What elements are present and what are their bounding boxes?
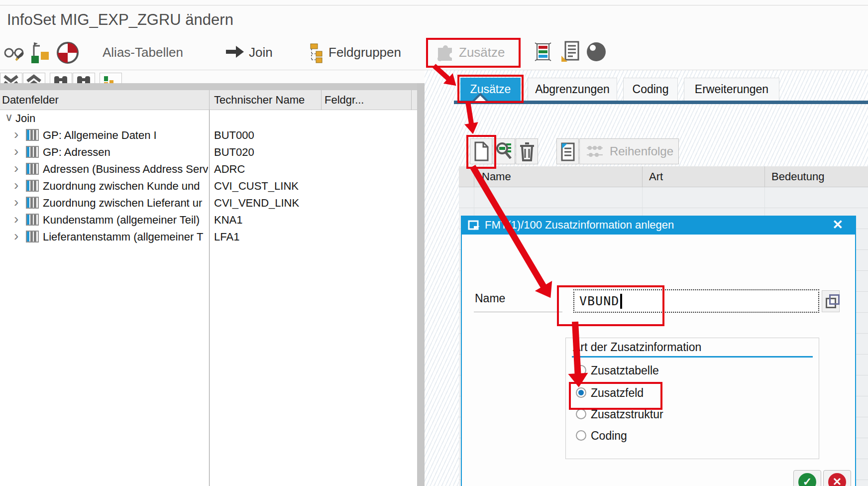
tree-row-technical-name: ADRC <box>214 163 245 176</box>
tree-row[interactable]: › Zuordnung zwischen Lieferant ur CVI_VE… <box>0 195 417 212</box>
table-icon <box>26 129 39 141</box>
feldgruppen-button[interactable]: Feldgruppen <box>328 45 401 60</box>
expander-closed-icon[interactable]: › <box>14 178 18 192</box>
display-search-button[interactable] <box>493 138 515 164</box>
column-header-name[interactable]: Name <box>482 170 511 183</box>
doc-display-icon <box>560 141 576 161</box>
copy-doc-icon[interactable] <box>559 40 580 64</box>
tree-row[interactable]: › GP: Adressen BUT020 <box>0 144 417 161</box>
tree-row[interactable]: › Kundenstamm (allgemeiner Teil) KNA1 <box>0 212 417 229</box>
delete-button[interactable] <box>516 138 538 164</box>
alias-tabellen-button[interactable]: Alias-Tabellen <box>103 45 183 60</box>
name-input-value: VBUND <box>579 294 619 308</box>
radio-icon[interactable] <box>576 365 586 375</box>
column-header-datenfelder[interactable]: Datenfelder <box>2 94 59 107</box>
column-header-art[interactable]: Art <box>649 170 663 183</box>
column-header-feldgruppe[interactable]: Feldgr... <box>325 94 364 107</box>
table-icon <box>26 214 39 226</box>
expander-closed-icon[interactable]: › <box>14 127 18 141</box>
sphere-icon[interactable] <box>585 41 607 63</box>
striped-doc-icon[interactable] <box>533 40 553 64</box>
table-icon <box>26 180 39 192</box>
column-header-bedeutung[interactable]: Bedeutung <box>771 170 824 183</box>
expander-closed-icon[interactable]: › <box>14 144 18 158</box>
expander-closed-icon[interactable]: › <box>14 195 18 209</box>
tree-row-label[interactable]: Kundenstamm (allgemeiner Teil) <box>43 214 208 227</box>
table-icon <box>26 163 39 175</box>
name-input[interactable]: VBUND <box>573 289 819 313</box>
active-tab-caret-inner <box>474 96 487 102</box>
glasses-pencil-icon <box>3 42 26 64</box>
tree-row-label[interactable]: GP: Allgemeine Daten I <box>43 129 208 142</box>
tree-row-technical-name: KNA1 <box>214 214 242 227</box>
trash-icon <box>519 141 535 161</box>
tree-row-label[interactable]: Adressen (Business Address Serv <box>43 163 208 176</box>
tab-label: Abgrenzungen <box>535 83 610 96</box>
confirm-button[interactable]: ✓ <box>793 470 821 486</box>
panel-splitter[interactable] <box>417 83 425 486</box>
create-button[interactable] <box>470 138 492 164</box>
tree-node-join[interactable]: ∨ Join <box>0 110 417 127</box>
tab-erweiterungen[interactable]: Erweiterungen <box>684 78 779 101</box>
tree-row-label[interactable]: Zuordnung zwischen Kunde und <box>43 180 208 193</box>
expander-closed-icon[interactable]: › <box>14 229 18 243</box>
tree-row[interactable]: › Adressen (Business Address Serv ADRC <box>0 161 417 178</box>
create-icon <box>473 141 489 161</box>
dialog-titlebar[interactable]: FMT(1)/100 Zusatzinformation anlegen ✕ <box>462 216 855 235</box>
tab-zusaetze[interactable]: Zusätze <box>460 78 521 101</box>
detail-table-header: Name Art Bedeutung <box>459 166 868 187</box>
green-check-icon: ✓ <box>798 473 816 486</box>
tree-row-technical-name: BUT020 <box>214 146 254 159</box>
group-title-rule <box>572 356 813 358</box>
tab-strip-underline <box>454 101 868 104</box>
harvey-ball-icon <box>56 41 80 65</box>
join-button[interactable]: Join <box>249 45 273 60</box>
tab-abgrenzungen[interactable]: Abgrenzungen <box>528 78 617 101</box>
column-separator <box>209 90 210 110</box>
radio-icon[interactable] <box>576 409 586 419</box>
zusaetze-toolbar-button[interactable] <box>435 42 455 62</box>
text-cursor <box>620 294 622 309</box>
hierarchy-icon <box>306 43 326 64</box>
column-separator <box>321 90 322 110</box>
reihenfolge-button[interactable]: Reihenfolge <box>579 138 679 164</box>
doc-display-button[interactable] <box>556 138 579 164</box>
column-separator <box>411 90 412 110</box>
expander-open-icon[interactable]: ∨ <box>5 111 13 124</box>
top-divider <box>0 5 868 5</box>
tab-label: Erweiterungen <box>695 83 768 96</box>
chart-flag-icon <box>30 42 52 65</box>
close-icon[interactable]: ✕ <box>832 217 843 233</box>
tree-row-label[interactable]: Lieferantenstamm (allgemeiner T <box>43 231 208 243</box>
display-change-button[interactable] <box>3 42 26 64</box>
cancel-button[interactable]: ✕ <box>823 470 851 486</box>
copy-icon-button[interactable] <box>822 290 840 312</box>
graphic-button[interactable] <box>30 42 52 65</box>
tree-row[interactable]: › Lieferantenstamm (allgemeiner T LFA1 <box>0 229 417 245</box>
radio-label: Coding <box>591 429 627 443</box>
tree-row-label[interactable]: Zuordnung zwischen Lieferant ur <box>43 197 208 210</box>
radio-label: Zusatzstruktur <box>591 408 663 421</box>
tree-node-label[interactable]: Join <box>15 112 35 125</box>
radio-icon-selected[interactable] <box>576 387 586 398</box>
tree-row-technical-name: CVI_VEND_LINK <box>214 197 299 210</box>
tree-row[interactable]: › GP: Allgemeine Daten I BUT000 <box>0 127 417 144</box>
abacus-icon <box>585 144 605 159</box>
arrow-right-icon <box>225 44 246 60</box>
table-icon <box>26 146 39 158</box>
art-der-zusatzinformation-group: Art der Zusatzinformation Zusatztabelle … <box>565 338 819 459</box>
column-header-technischer-name[interactable]: Technischer Name <box>214 94 305 107</box>
tab-coding[interactable]: Coding <box>623 78 678 101</box>
harvey-ball-button[interactable] <box>56 41 80 65</box>
zusaetze-toolbar-label: Zusätze <box>459 45 505 60</box>
tree-row[interactable]: › Zuordnung zwischen Kunde und CVI_CUST_… <box>0 178 417 195</box>
tree-row-label[interactable]: GP: Adressen <box>43 146 208 159</box>
expander-closed-icon[interactable]: › <box>14 161 18 175</box>
radio-icon[interactable] <box>576 430 586 441</box>
puzzle-icon <box>435 42 455 62</box>
sap-infoset-window: InfoSet MIG_EXP_ZGRU ändern <box>0 0 868 486</box>
expander-closed-icon[interactable]: › <box>14 212 18 226</box>
name-field-label: Name <box>475 292 505 305</box>
tab-label: Coding <box>633 83 669 96</box>
group-title: Art der Zusatzinformation <box>573 341 701 354</box>
